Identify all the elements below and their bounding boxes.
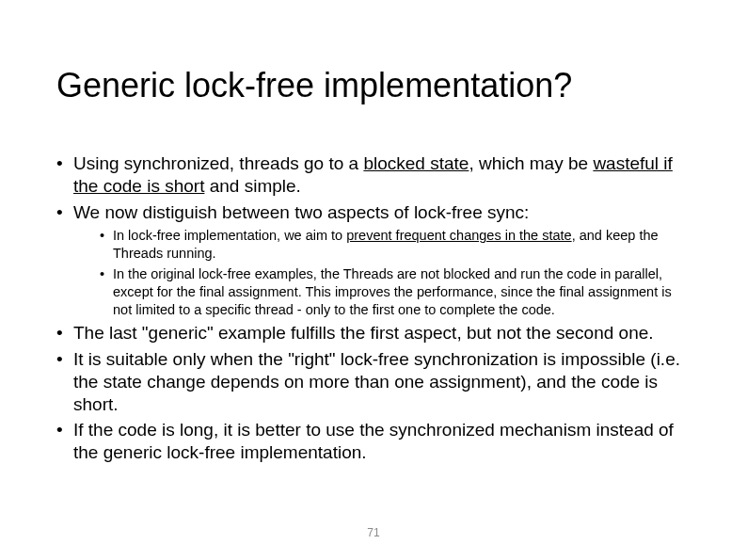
slide-title: Generic lock-free implementation? (56, 66, 691, 105)
bullet-2-1-underline: prevent frequent changes in the state (346, 228, 571, 243)
bullet-2-sublist: In lock-free implementation, we aim to p… (100, 227, 691, 318)
bullet-3-text: The last "generic" example fulfills the … (73, 323, 654, 343)
bullet-2-1-text-a: In lock-free implementation, we aim to (113, 228, 346, 243)
bullet-2: We now distiguish between two aspects of… (56, 201, 691, 319)
bullet-1-text-c: and simple. (204, 176, 300, 196)
bullet-5-text: If the code is long, it is better to use… (73, 420, 674, 462)
page-number: 71 (0, 526, 747, 539)
bullet-4-text: It is suitable only when the "right" loc… (73, 349, 680, 414)
bullet-3: The last "generic" example fulfills the … (56, 322, 691, 344)
bullet-5: If the code is long, it is better to use… (56, 419, 691, 464)
bullet-2-2-text: In the original lock-free examples, the … (113, 266, 672, 317)
bullet-1-text-a: Using synchronized, threads go to a (73, 153, 363, 173)
bullet-list: Using synchronized, threads go to a bloc… (56, 152, 691, 464)
bullet-1-text-b: , which may be (469, 153, 593, 173)
bullet-2-2: In the original lock-free examples, the … (100, 265, 691, 319)
bullet-2-text: We now distiguish between two aspects of… (73, 202, 529, 222)
bullet-2-1: In lock-free implementation, we aim to p… (100, 227, 691, 263)
bullet-1: Using synchronized, threads go to a bloc… (56, 152, 691, 198)
slide: Generic lock-free implementation? Using … (0, 0, 747, 560)
bullet-1-underline-1: blocked state (363, 153, 469, 173)
bullet-4: It is suitable only when the "right" loc… (56, 348, 691, 415)
